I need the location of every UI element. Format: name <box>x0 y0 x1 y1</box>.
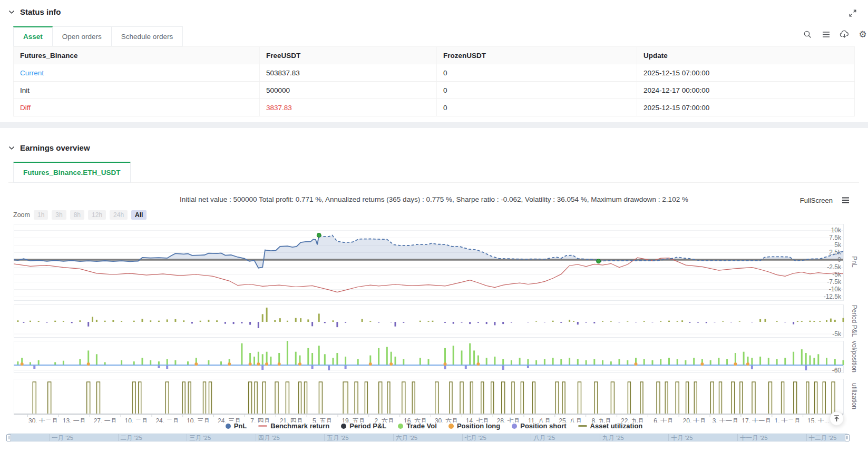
navigator-grid-line <box>393 434 394 441</box>
svg-text:5k: 5k <box>834 241 842 249</box>
earnings-tabs: Futures_Binance.ETH_USDT <box>8 162 859 183</box>
svg-text:7.5k: 7.5k <box>829 234 842 241</box>
svg-text:PnL: PnL <box>851 256 858 268</box>
expand-icon[interactable] <box>847 8 858 18</box>
legend-dot-icon <box>341 424 346 429</box>
table-header-row: Futures_Binance FreeUSDT FrozenUSDT Upda… <box>14 47 855 64</box>
row-diff-label: Diff <box>14 99 260 116</box>
legend-dot-icon <box>512 424 517 429</box>
search-icon[interactable] <box>802 29 813 40</box>
legend-label: PnL <box>234 422 247 430</box>
navigator-grid-line <box>187 434 187 441</box>
svg-text:-7.5k: -7.5k <box>827 278 842 286</box>
fullscreen-control[interactable]: FullScreen <box>800 195 851 205</box>
legend-line-icon <box>578 425 587 427</box>
chart-stats-line: Initial net value : 500000 Total profit:… <box>0 195 868 203</box>
navigator-month-label: 二月 '25 <box>121 434 142 441</box>
status-info-title: Status info <box>20 7 61 16</box>
navigator-month-label: 十一月 '25 <box>740 434 768 441</box>
navigator-month-label: 四月 '25 <box>258 434 280 441</box>
row-init-label: Init <box>14 82 260 99</box>
legend-label: Asset utilization <box>590 422 643 430</box>
fullscreen-label[interactable]: FullScreen <box>800 196 833 204</box>
current-update: 2025-12-15 07:00:00 <box>637 64 855 82</box>
zoom-label: Zoom <box>13 211 30 219</box>
diff-update: 2025-12-15 07:00:00 <box>637 99 855 116</box>
navigator-handle-left[interactable] <box>6 434 11 441</box>
navigator-month-label: 七月 '25 <box>465 434 486 441</box>
legend-item-position-short[interactable]: Position short <box>512 422 566 430</box>
menu-icon[interactable] <box>821 29 831 40</box>
navigator-month-label: 十月 '25 <box>671 434 693 441</box>
legend-item-position-long[interactable]: Position long <box>448 422 500 430</box>
current-frozen: 0 <box>437 64 637 82</box>
navigator-grid-line <box>256 434 256 441</box>
chart-menu-icon[interactable] <box>840 195 851 205</box>
table-row: Diff 3837.83 0 2025-12-15 07:00:00 <box>14 99 855 116</box>
col-freeusdt: FreeUSDT <box>260 47 437 64</box>
zoom-1h[interactable]: 1h <box>34 210 48 220</box>
collapse-chevron-icon[interactable] <box>8 10 15 14</box>
navigator-month-label: 六月 '25 <box>396 434 417 441</box>
current-free: 503837.83 <box>260 64 437 82</box>
navigator-grid-line <box>806 434 807 441</box>
tab-open-orders[interactable]: Open orders <box>53 26 112 46</box>
back-to-top-button[interactable] <box>830 411 844 426</box>
table-row: Current 503837.83 0 2025-12-15 07:00:00 <box>14 64 855 82</box>
svg-text:-12.5k: -12.5k <box>824 293 842 300</box>
navigator-month-label: 三月 '25 <box>189 434 211 441</box>
legend-item-period-p-l[interactable]: Period P&L <box>341 422 386 430</box>
navigator-grid-line <box>118 434 119 441</box>
legend-item-asset-utilization[interactable]: Asset utilization <box>578 422 643 430</box>
settings-gear-icon[interactable]: ⚙ <box>857 29 868 40</box>
zoom-all[interactable]: All <box>131 210 147 220</box>
tab-futures-binance-eth-usdt[interactable]: Futures_Binance.ETH_USDT <box>13 162 131 183</box>
legend-item-trade-vol[interactable]: Trade Vol <box>398 422 437 430</box>
navigator-handle-right[interactable] <box>845 434 850 441</box>
col-update: Update <box>637 47 855 64</box>
tab-schedule-orders[interactable]: Schedule orders <box>112 26 183 46</box>
chart-legend: PnLBenchmark returnPeriod P&LTrade VolPo… <box>0 422 868 430</box>
navigator-month-label: 五月 '25 <box>327 434 348 441</box>
svg-text:-5k: -5k <box>832 330 842 338</box>
navigator-grid-line <box>600 434 600 441</box>
legend-line-icon <box>258 425 267 427</box>
collapse-chevron-icon[interactable] <box>8 146 15 150</box>
zoom-8h[interactable]: 8h <box>70 210 84 220</box>
legend-label: Trade Vol <box>406 422 437 430</box>
zoom-12h[interactable]: 12h <box>88 210 106 220</box>
zoom-controls: Zoom 1h 3h 8h 12h 24h All <box>13 210 147 220</box>
navigator-grid-line <box>668 434 669 441</box>
status-tabs: Asset Open orders Schedule orders <box>13 26 183 46</box>
svg-text:-5k: -5k <box>832 271 842 278</box>
zoom-3h[interactable]: 3h <box>52 210 66 220</box>
datazoom-navigator[interactable]: 一月 '25二月 '25三月 '25四月 '25五月 '25六月 '25七月 '… <box>8 434 847 441</box>
navigator-month-label: 八月 '25 <box>533 434 555 441</box>
navigator-month-label: 一月 '25 <box>52 434 73 441</box>
section-divider <box>0 122 868 128</box>
col-frozenusdt: FrozenUSDT <box>437 47 637 64</box>
navigator-grid-line <box>49 434 50 441</box>
svg-text:-60: -60 <box>832 367 842 374</box>
table-toolbar: ⚙ <box>802 29 868 40</box>
row-current-link[interactable]: Current <box>14 64 260 82</box>
asset-table: Futures_Binance FreeUSDT FrozenUSDT Upda… <box>13 46 855 116</box>
legend-dot-icon <box>448 424 454 429</box>
navigator-grid-line <box>462 434 463 441</box>
legend-label: Benchmark return <box>270 422 329 430</box>
navigator-month-label: 十二月 '25 <box>809 434 837 441</box>
navigator-month-label: 九月 '25 <box>602 434 624 441</box>
status-info-header: Status info <box>8 7 61 16</box>
legend-label: Position long <box>457 422 500 430</box>
col-futures-binance: Futures_Binance <box>14 47 260 64</box>
zoom-24h[interactable]: 24h <box>110 210 128 220</box>
cloud-download-icon[interactable] <box>839 29 850 40</box>
tab-asset[interactable]: Asset <box>13 26 53 46</box>
earnings-chart[interactable]: 10k7.5k5k2.5k0-2.5k-5k-7.5k-10k-12.5k-5k… <box>0 220 868 422</box>
legend-item-pnl[interactable]: PnL <box>226 422 247 430</box>
legend-dot-icon <box>398 424 403 429</box>
svg-text:-10k: -10k <box>829 286 842 293</box>
svg-text:10k: 10k <box>831 227 842 234</box>
legend-item-benchmark-return[interactable]: Benchmark return <box>258 422 329 430</box>
init-update: 2024-12-17 00:00:00 <box>637 82 855 99</box>
